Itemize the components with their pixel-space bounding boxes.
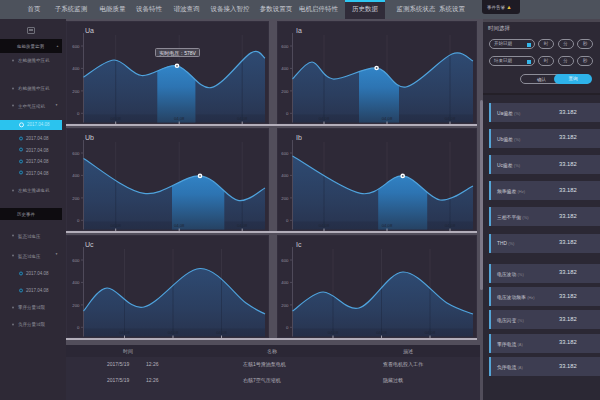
svg-text:04.08: 04.08 — [382, 223, 393, 228]
svg-text:04.08: 04.08 — [237, 223, 248, 228]
svg-text:600: 600 — [72, 44, 80, 49]
svg-text:400: 400 — [281, 173, 289, 178]
svg-text:200: 200 — [72, 89, 80, 94]
svg-text:600: 600 — [72, 151, 80, 156]
svg-text:Ib: Ib — [296, 134, 302, 141]
svg-text:600: 600 — [281, 151, 289, 156]
svg-text:Ub: Ub — [85, 134, 94, 141]
svg-text:200: 200 — [281, 89, 289, 94]
svg-text:200: 200 — [72, 196, 80, 201]
svg-text:200: 200 — [281, 196, 289, 201]
svg-text:04.08: 04.08 — [376, 330, 387, 335]
svg-text:400: 400 — [281, 280, 289, 285]
svg-text:400: 400 — [72, 66, 80, 71]
svg-text:04.08: 04.08 — [237, 116, 248, 121]
svg-text:04.08: 04.08 — [382, 116, 393, 121]
svg-text:04.08: 04.08 — [425, 330, 436, 335]
svg-text:04.08: 04.08 — [216, 330, 227, 335]
svg-text:600: 600 — [281, 258, 289, 263]
svg-text:04.08: 04.08 — [174, 223, 185, 228]
svg-text:400: 400 — [281, 66, 289, 71]
svg-text:400: 400 — [72, 173, 80, 178]
svg-text:600: 600 — [72, 258, 80, 263]
svg-text:04.08: 04.08 — [119, 330, 130, 335]
svg-text:04.08: 04.08 — [328, 330, 339, 335]
svg-text:04.08: 04.08 — [445, 116, 456, 121]
svg-text:04.08: 04.08 — [110, 116, 121, 121]
svg-text:600: 600 — [281, 44, 289, 49]
svg-text:Ua: Ua — [85, 27, 94, 34]
svg-text:04.08: 04.08 — [319, 116, 330, 121]
svg-text:200: 200 — [72, 303, 80, 308]
svg-text:04.08: 04.08 — [168, 330, 179, 335]
svg-text:04.08: 04.08 — [174, 116, 185, 121]
svg-text:400: 400 — [72, 280, 80, 285]
svg-text:04.08: 04.08 — [445, 223, 456, 228]
svg-text:04.08: 04.08 — [110, 223, 121, 228]
svg-text:200: 200 — [281, 303, 289, 308]
svg-text:Uc: Uc — [85, 241, 94, 248]
svg-text:Ic: Ic — [296, 241, 302, 248]
svg-text:04.08: 04.08 — [319, 223, 330, 228]
svg-text:Ia: Ia — [296, 27, 302, 34]
